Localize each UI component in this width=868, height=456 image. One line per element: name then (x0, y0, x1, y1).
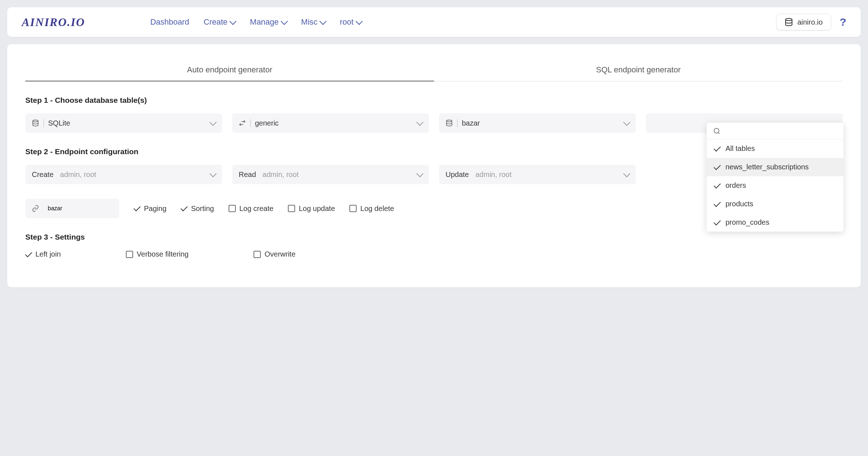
tables-dropdown-panel: All tables news_letter_subscriptions ord… (707, 123, 843, 232)
nav-misc-label: Misc (301, 17, 318, 27)
chevron-down-icon (623, 119, 630, 126)
log-create-checkbox[interactable]: Log create (229, 204, 274, 213)
verbose-label: Verbose filtering (137, 250, 188, 258)
read-roles-select[interactable]: Read admin, root (232, 165, 429, 184)
svg-point-2 (447, 120, 452, 122)
database-icon (32, 119, 39, 127)
step3-options-row: Left join Verbose filtering Overwrite (25, 250, 843, 258)
account-button[interactable]: ainiro.io (776, 14, 831, 30)
create-label: Create (32, 170, 56, 179)
dropdown-item-promo-codes[interactable]: promo_codes (707, 213, 843, 232)
dropdown-search (707, 123, 843, 139)
chevron-down-icon (281, 18, 288, 25)
chevron-down-icon (209, 119, 217, 126)
logo: AINIRO.IO (22, 16, 85, 29)
db-type-select[interactable]: SQLite (25, 113, 222, 133)
check-icon (714, 144, 721, 152)
dropdown-item-all-tables[interactable]: All tables (707, 139, 843, 158)
main-card: Auto endpoint generator SQL endpoint gen… (7, 44, 861, 287)
divider (457, 119, 458, 127)
check-icon (25, 250, 32, 257)
dropdown-item-label: products (726, 200, 753, 208)
log-delete-label: Log delete (360, 204, 394, 213)
log-create-label: Log create (239, 204, 274, 213)
database-select[interactable]: bazar (439, 113, 636, 133)
check-icon (714, 163, 721, 170)
tab-sql-endpoint[interactable]: SQL endpoint generator (434, 59, 843, 81)
log-update-label: Log update (299, 204, 335, 213)
connection-value: generic (255, 119, 413, 127)
paging-checkbox[interactable]: Paging (134, 204, 166, 213)
connection-icon (239, 119, 246, 127)
left-join-checkbox[interactable]: Left join (25, 250, 61, 258)
chevron-down-icon (229, 18, 237, 25)
help-button[interactable]: ? (840, 16, 846, 28)
chevron-down-icon (209, 170, 217, 177)
dropdown-item-products[interactable]: products (707, 195, 843, 213)
divider (250, 119, 251, 127)
url-value: bazar (48, 205, 62, 212)
search-icon (713, 127, 720, 135)
database-value: bazar (462, 119, 620, 127)
tables-search-input[interactable] (724, 127, 837, 135)
check-icon (714, 200, 721, 207)
chevron-down-icon (319, 18, 327, 25)
tables-select[interactable]: All tables news_letter_subscriptions ord… (646, 113, 843, 133)
log-update-checkbox[interactable]: Log update (288, 204, 335, 213)
log-delete-checkbox[interactable]: Log delete (349, 204, 394, 213)
verbose-filtering-checkbox[interactable]: Verbose filtering (126, 250, 188, 258)
read-label: Read (239, 170, 258, 179)
svg-point-0 (786, 18, 792, 21)
update-roles-value: admin, root (476, 170, 620, 179)
chevron-down-icon (416, 119, 424, 126)
nav-manage-label: Manage (250, 17, 279, 27)
dropdown-item-label: promo_codes (726, 218, 769, 227)
url-input[interactable]: bazar (25, 199, 119, 218)
link-icon (32, 205, 39, 212)
check-icon (714, 181, 721, 189)
database-icon (446, 119, 453, 127)
check-icon (133, 204, 141, 211)
dropdown-item-label: All tables (726, 144, 755, 153)
update-roles-select[interactable]: Update admin, root (439, 165, 636, 184)
database-icon (784, 18, 793, 26)
step1-title: Step 1 - Choose database table(s) (25, 96, 843, 105)
nav-dashboard-label: Dashboard (150, 17, 189, 27)
overwrite-checkbox[interactable]: Overwrite (254, 250, 295, 258)
checkbox-icon (126, 251, 133, 258)
sorting-label: Sorting (191, 204, 214, 213)
sorting-checkbox[interactable]: Sorting (181, 204, 214, 213)
dropdown-item-news-letter[interactable]: news_letter_subscriptions (707, 158, 843, 176)
checkbox-icon (288, 205, 295, 212)
nav-root[interactable]: root (340, 17, 362, 27)
svg-point-3 (714, 128, 719, 133)
update-label: Update (446, 170, 471, 179)
dropdown-item-orders[interactable]: orders (707, 176, 843, 195)
chevron-down-icon (356, 18, 363, 25)
main-nav: Dashboard Create Manage Misc root (150, 17, 776, 27)
dropdown-item-label: orders (726, 181, 746, 190)
check-icon (714, 218, 721, 225)
checkbox-icon (254, 251, 261, 258)
account-label: ainiro.io (797, 18, 823, 26)
db-type-value: SQLite (48, 119, 206, 127)
topbar: AINIRO.IO Dashboard Create Manage Misc r… (7, 7, 861, 37)
tab-auto-endpoint[interactable]: Auto endpoint generator (25, 59, 434, 81)
step3-title: Step 3 - Settings (25, 233, 843, 241)
divider (43, 119, 44, 127)
checkbox-icon (349, 205, 357, 212)
nav-create-label: Create (204, 17, 227, 27)
chevron-down-icon (416, 170, 424, 177)
connection-select[interactable]: generic (232, 113, 429, 133)
paging-label: Paging (144, 204, 166, 213)
svg-point-1 (33, 120, 38, 122)
check-icon (180, 204, 188, 211)
overwrite-label: Overwrite (264, 250, 295, 258)
create-roles-select[interactable]: Create admin, root (25, 165, 222, 184)
nav-misc[interactable]: Misc (301, 17, 326, 27)
step1-row: SQLite generic bazar All tables (25, 113, 843, 133)
nav-dashboard[interactable]: Dashboard (150, 17, 189, 27)
nav-manage[interactable]: Manage (250, 17, 287, 27)
nav-root-label: root (340, 17, 354, 27)
nav-create[interactable]: Create (204, 17, 235, 27)
